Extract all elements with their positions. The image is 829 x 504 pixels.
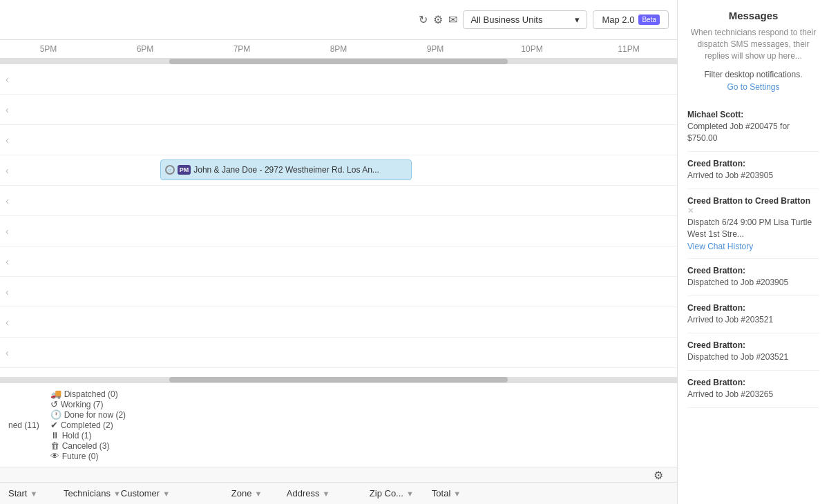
col-label-total: Total — [432, 488, 450, 498]
row-timeline — [15, 64, 677, 94]
row-collapse-arrow[interactable]: ‹ — [0, 256, 15, 267]
job-avatar: PM — [178, 165, 191, 175]
status-bar: ned (11) 🚚Dispatched (0)↺Working (7)🕐Don… — [0, 382, 677, 467]
filter-icon-address[interactable]: ▼ — [323, 490, 330, 498]
beta-badge: Beta — [638, 14, 660, 25]
message-text: Dispatched to Job #203521 — [687, 351, 819, 363]
time-label: 7PM — [193, 44, 290, 54]
row-collapse-arrow[interactable]: ‹ — [0, 74, 15, 85]
tech-row: ‹ — [0, 216, 677, 246]
status-label: Completed (2) — [61, 420, 113, 430]
table-col-technicians[interactable]: Technicians▼ — [64, 488, 121, 498]
top-bar: ↻ ⚙ ✉ All Business Units ▾ Map 2.0 Beta — [0, 0, 677, 40]
business-unit-dropdown[interactable]: All Business Units ▾ — [463, 10, 587, 29]
table-col-zone[interactable]: Zone▼ — [231, 488, 287, 498]
settings-icon[interactable]: ⚙ — [433, 13, 443, 26]
business-unit-label: All Business Units — [470, 14, 542, 25]
filter-icon-start[interactable]: ▼ — [30, 490, 37, 498]
row-timeline: ○PMJohn & Jane Doe - 2972 Westheimer Rd.… — [15, 155, 677, 185]
email-icon[interactable]: ✉ — [448, 13, 457, 26]
message-item: Creed Bratton:Arrived to Job #203265 — [687, 371, 819, 408]
message-sender: Creed Bratton: — [687, 378, 819, 387]
refresh-icon[interactable]: ↻ — [419, 13, 428, 26]
canceled-icon: 🗑 — [50, 440, 59, 451]
table-col-address[interactable]: Address▼ — [287, 488, 370, 498]
status-label: Future (0) — [62, 452, 99, 461]
timeline-header: 5PM6PM7PM8PM9PM10PM11PM — [0, 40, 677, 59]
row-collapse-arrow[interactable]: ‹ — [0, 347, 15, 358]
status-item-undefined[interactable]: ⏸Hold (1) — [50, 430, 126, 440]
row-timeline — [15, 277, 677, 307]
table-settings-icon[interactable]: ⚙ — [648, 469, 669, 482]
row-timeline — [15, 216, 677, 246]
message-sender: Creed Bratton: — [687, 159, 819, 168]
row-collapse-arrow[interactable]: ‹ — [0, 165, 15, 176]
status-item-undefined[interactable]: 🚚Dispatched (0) — [50, 389, 126, 399]
status-items: 🚚Dispatched (0)↺Working (7)🕐Done for now… — [50, 389, 126, 461]
message-item: Michael Scott:Completed Job #200475 for … — [687, 103, 819, 152]
future-icon: 👁 — [50, 451, 59, 461]
row-collapse-arrow[interactable]: ‹ — [0, 104, 15, 115]
row-timeline — [15, 307, 677, 337]
row-timeline — [15, 186, 677, 215]
message-link[interactable]: View Chat History — [687, 242, 819, 251]
message-text: Completed Job #200475 for $750.00 — [687, 121, 819, 144]
time-label: 9PM — [387, 44, 484, 54]
status-item-undefined[interactable]: 👁Future (0) — [50, 451, 126, 461]
message-text: Dispatched to Job #203905 — [687, 277, 819, 289]
row-collapse-arrow[interactable]: ‹ — [0, 287, 15, 298]
status-label: Hold (1) — [62, 431, 92, 440]
job-status-icon: ○ — [165, 165, 175, 175]
message-item: Creed Bratton:Dispatched to Job #203905 — [687, 259, 819, 296]
filter-icon-zone[interactable]: ▼ — [254, 490, 262, 498]
time-label: 8PM — [290, 44, 387, 54]
completed-icon: ✔ — [50, 420, 58, 430]
tech-row: ‹○PMJohn & Jane Doe - 2972 Westheimer Rd… — [0, 155, 677, 186]
row-collapse-arrow[interactable]: ‹ — [0, 317, 15, 328]
tech-row: ‹ — [0, 186, 677, 216]
table-col-start[interactable]: Start▼ — [8, 488, 64, 498]
filter-icon-technicians[interactable]: ▼ — [113, 490, 121, 498]
tech-row: ‹ — [0, 95, 677, 125]
filter-icon-zip[interactable]: ▼ — [406, 490, 414, 498]
status-scheduled[interactable]: ned (11) — [8, 420, 39, 430]
status-item-undefined[interactable]: ↺Working (7) — [50, 399, 126, 409]
timeline-labels: 5PM6PM7PM8PM9PM10PM11PM — [0, 44, 677, 54]
table-header: Start▼Technicians▼Customer▼Zone▼Address▼… — [0, 482, 677, 504]
message-item: Creed Bratton:Arrived to Job #203905 — [687, 152, 819, 189]
table-col-zip[interactable]: Zip Co...▼ — [370, 488, 432, 498]
row-collapse-arrow[interactable]: ‹ — [0, 135, 15, 146]
map-button[interactable]: Map 2.0 Beta — [593, 10, 669, 29]
table-col-total[interactable]: Total▼ — [432, 488, 487, 498]
filter-icon-total[interactable]: ▼ — [453, 490, 461, 498]
row-collapse-arrow[interactable]: ‹ — [0, 226, 15, 237]
status-item-undefined[interactable]: 🕐Done for now (2) — [50, 409, 126, 420]
filter-icon-customer[interactable]: ▼ — [162, 490, 170, 498]
main-content: ↻ ⚙ ✉ All Business Units ▾ Map 2.0 Beta … — [0, 0, 677, 504]
tech-row: ‹ — [0, 64, 677, 95]
bottom-scrollbar[interactable] — [0, 377, 677, 382]
message-sender: Michael Scott: — [687, 110, 819, 119]
row-timeline — [15, 125, 677, 155]
status-item-undefined[interactable]: 🗑Canceled (3) — [50, 440, 126, 451]
messages-list: Michael Scott:Completed Job #200475 for … — [687, 103, 819, 407]
status-label: Working (7) — [61, 400, 104, 409]
col-label-technicians: Technicians — [64, 488, 111, 498]
messages-settings-link[interactable]: Go to Settings — [687, 82, 819, 92]
table-col-customer[interactable]: Customer▼ — [121, 488, 231, 498]
message-close-icon[interactable]: ✕ — [687, 206, 694, 215]
row-timeline — [15, 246, 677, 276]
status-item-undefined[interactable]: ✔Completed (2) — [50, 420, 126, 430]
job-block[interactable]: ○PMJohn & Jane Doe - 2972 Westheimer Rd.… — [160, 159, 412, 180]
messages-subtitle: When technicians respond to their dispat… — [687, 27, 819, 61]
tech-row: ‹ — [0, 338, 677, 368]
rows-container: ‹‹‹‹○PMJohn & Jane Doe - 2972 Westheimer… — [0, 64, 677, 377]
row-collapse-arrow[interactable]: ‹ — [0, 195, 15, 206]
job-label: John & Jane Doe - 2972 Westheimer Rd. Lo… — [193, 165, 379, 175]
col-label-start: Start — [8, 488, 27, 498]
timeline-scrollbar[interactable] — [0, 59, 677, 64]
truck-icon: 🚚 — [50, 389, 61, 399]
working-icon: ↺ — [50, 399, 58, 409]
message-item: Creed Bratton:Dispatched to Job #203521 — [687, 333, 819, 371]
message-text: Arrived to Job #203521 — [687, 314, 819, 326]
